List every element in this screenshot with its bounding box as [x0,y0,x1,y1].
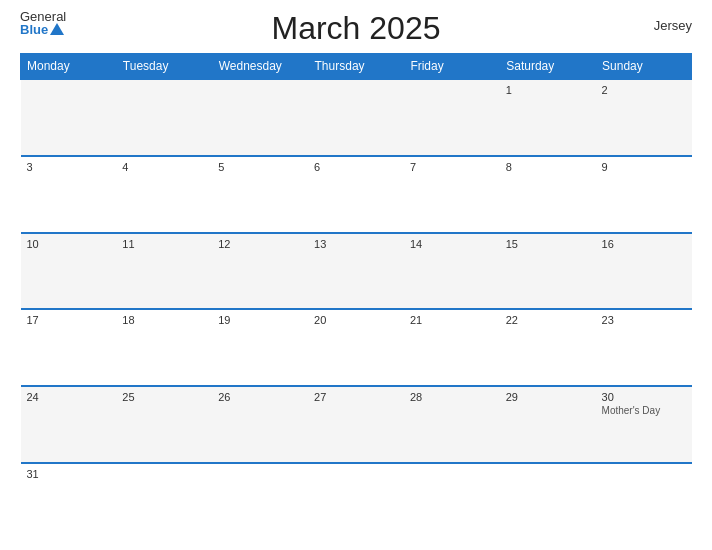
calendar-day-cell: 7 [404,156,500,233]
day-number: 1 [506,84,590,96]
calendar-day-cell: 29 [500,386,596,463]
calendar-day-cell: 6 [308,156,404,233]
calendar-day-cell: 15 [500,233,596,310]
calendar-day-cell: 27 [308,386,404,463]
calendar-day-cell: 8 [500,156,596,233]
calendar-day-cell: 16 [596,233,692,310]
calendar-day-cell: 20 [308,309,404,386]
day-number: 29 [506,391,590,403]
calendar-week-row: 12 [21,79,692,156]
day-number: 13 [314,238,398,250]
calendar-day-cell [308,79,404,156]
day-number: 8 [506,161,590,173]
calendar-table: Monday Tuesday Wednesday Thursday Friday… [20,53,692,540]
calendar-day-cell [212,79,308,156]
day-number: 15 [506,238,590,250]
day-number: 23 [602,314,686,326]
calendar-day-cell: 23 [596,309,692,386]
col-monday: Monday [21,54,117,80]
calendar-day-cell: 24 [21,386,117,463]
calendar-day-cell [212,463,308,540]
calendar-week-row: 3456789 [21,156,692,233]
calendar-day-cell: 25 [116,386,212,463]
day-number: 2 [602,84,686,96]
calendar-day-cell [500,463,596,540]
calendar-week-row: 24252627282930Mother's Day [21,386,692,463]
day-number: 17 [27,314,111,326]
col-friday: Friday [404,54,500,80]
calendar-day-cell: 30Mother's Day [596,386,692,463]
day-number: 14 [410,238,494,250]
day-number: 12 [218,238,302,250]
calendar-day-cell [116,463,212,540]
day-number: 27 [314,391,398,403]
logo: General Blue [20,10,66,36]
calendar-day-cell: 14 [404,233,500,310]
calendar-day-cell: 11 [116,233,212,310]
day-number: 31 [27,468,111,480]
calendar-week-row: 17181920212223 [21,309,692,386]
calendar-week-row: 10111213141516 [21,233,692,310]
calendar-day-cell: 12 [212,233,308,310]
calendar-day-cell [21,79,117,156]
calendar-day-cell: 9 [596,156,692,233]
calendar-day-cell [596,463,692,540]
day-number: 18 [122,314,206,326]
day-number: 7 [410,161,494,173]
day-number: 26 [218,391,302,403]
day-number: 9 [602,161,686,173]
col-sunday: Sunday [596,54,692,80]
logo-blue-text: Blue [20,23,66,36]
calendar-day-cell: 31 [21,463,117,540]
calendar-header: General Blue March 2025 Jersey [20,10,692,47]
day-number: 19 [218,314,302,326]
calendar-day-cell: 17 [21,309,117,386]
calendar-day-cell: 1 [500,79,596,156]
day-number: 30 [602,391,686,403]
calendar-day-cell: 3 [21,156,117,233]
calendar-day-cell: 28 [404,386,500,463]
day-number: 21 [410,314,494,326]
day-event-label: Mother's Day [602,405,686,416]
calendar-day-cell [116,79,212,156]
calendar-day-cell: 21 [404,309,500,386]
calendar-week-row: 31 [21,463,692,540]
logo-triangle-icon [50,23,64,35]
calendar-day-cell: 4 [116,156,212,233]
day-number: 6 [314,161,398,173]
day-number: 28 [410,391,494,403]
col-wednesday: Wednesday [212,54,308,80]
day-number: 20 [314,314,398,326]
day-number: 25 [122,391,206,403]
day-number: 4 [122,161,206,173]
day-number: 10 [27,238,111,250]
page-title: March 2025 [272,10,441,47]
day-number: 3 [27,161,111,173]
calendar-day-cell: 5 [212,156,308,233]
region-label: Jersey [654,18,692,33]
weekday-header-row: Monday Tuesday Wednesday Thursday Friday… [21,54,692,80]
col-thursday: Thursday [308,54,404,80]
day-number: 22 [506,314,590,326]
calendar-day-cell: 22 [500,309,596,386]
col-saturday: Saturday [500,54,596,80]
calendar-day-cell: 10 [21,233,117,310]
day-number: 16 [602,238,686,250]
calendar-day-cell: 19 [212,309,308,386]
calendar-day-cell [404,463,500,540]
calendar-day-cell [404,79,500,156]
day-number: 11 [122,238,206,250]
calendar-day-cell: 13 [308,233,404,310]
calendar-day-cell [308,463,404,540]
col-tuesday: Tuesday [116,54,212,80]
day-number: 5 [218,161,302,173]
day-number: 24 [27,391,111,403]
calendar-day-cell: 18 [116,309,212,386]
calendar-day-cell: 2 [596,79,692,156]
calendar-day-cell: 26 [212,386,308,463]
